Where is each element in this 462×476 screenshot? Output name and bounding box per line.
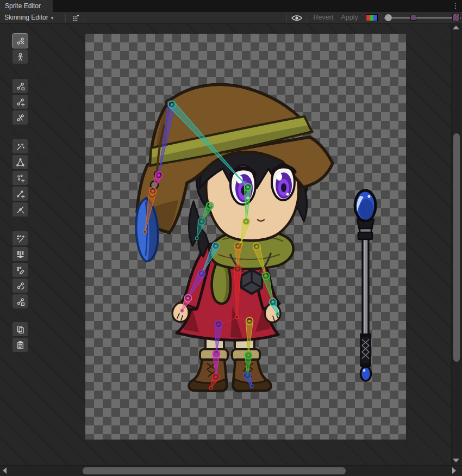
tab-bar: Sprite Editor ⋮ [0, 0, 462, 12]
scroll-down-icon[interactable] [453, 459, 459, 462]
copy-tool-button[interactable] [13, 322, 28, 336]
bone-influence-icon [16, 281, 25, 290]
pixel-grid-icon [71, 14, 80, 22]
create-bone-tool-button[interactable] [13, 95, 28, 109]
split-bone-tool-button[interactable] [13, 110, 28, 125]
character-head [136, 84, 333, 261]
split-bone-icon [16, 113, 25, 122]
create-edge-tool-button[interactable] [13, 187, 28, 201]
horizontal-scrollbar-thumb[interactable] [83, 467, 346, 474]
copy-icon [16, 325, 25, 334]
staff-sprite [355, 190, 376, 381]
bone-influence-tool-button[interactable] [13, 279, 28, 293]
eye-icon [291, 14, 302, 22]
edit-geometry-tool-button[interactable] [13, 155, 28, 169]
character-sprite [85, 34, 406, 440]
paste-tool-button[interactable] [13, 338, 28, 352]
color-channels-button[interactable] [366, 14, 378, 21]
apply-button[interactable]: Apply [338, 12, 361, 24]
chevron-down-icon: ▾ [51, 15, 54, 21]
auto-geometry-icon [16, 142, 25, 151]
weight-brush-icon [16, 265, 25, 275]
toolbar-separator [65, 14, 66, 22]
zoom-slider-track[interactable] [384, 17, 461, 18]
toolbar-separator [286, 14, 287, 22]
weight-slider-icon [16, 250, 25, 259]
scroll-up-icon[interactable] [453, 26, 459, 29]
character-mode-tool-button[interactable] [13, 50, 28, 64]
paste-icon [16, 341, 25, 350]
sprite-influence-tool-button[interactable] [13, 294, 28, 308]
zoom-slider-knob[interactable] [385, 14, 392, 21]
kebab-menu-icon[interactable]: ⋮ [451, 0, 460, 12]
mip-checker-large-icon[interactable] [452, 14, 460, 21]
split-edge-icon [16, 205, 25, 214]
auto-geometry-tool-button[interactable] [13, 139, 28, 153]
weight-slider-tool-button[interactable] [13, 247, 28, 261]
revert-button[interactable]: Revert [311, 12, 336, 24]
split-edge-tool-button[interactable] [13, 202, 28, 217]
toolbar-separator [84, 14, 84, 22]
edit-bone-icon [16, 82, 25, 91]
vertical-scrollbar-thumb[interactable] [453, 133, 460, 362]
reset-pose-tool-button[interactable] [13, 34, 28, 48]
weight-brush-tool-button[interactable] [13, 263, 28, 277]
toolbar-separator [382, 14, 382, 22]
skinning-editor-label: Skinning Editor [4, 14, 48, 21]
sprite-editor-window: Sprite Editor ⋮ Skinning Editor▾ Revert … [0, 0, 462, 476]
reset-pose-icon [16, 36, 25, 46]
sprite-canvas[interactable] [85, 34, 406, 440]
toolbar-separator [307, 14, 307, 22]
skinning-editor-dropdown[interactable]: Skinning Editor▾ [4, 12, 53, 24]
scroll-right-icon[interactable] [452, 467, 456, 474]
edit-geometry-icon [16, 158, 25, 167]
visibility-button[interactable] [290, 12, 304, 24]
mip-checker-small-icon[interactable] [410, 15, 416, 21]
edit-bone-tool-button[interactable] [13, 79, 28, 93]
auto-weights-icon [16, 234, 25, 243]
rgb-channels-icon [366, 15, 377, 21]
create-vertex-tool-button[interactable] [13, 171, 28, 185]
create-vertex-icon [16, 174, 25, 183]
sprite-sheet-button[interactable] [69, 12, 82, 24]
sprite-influence-icon [16, 297, 25, 306]
character-icon [16, 52, 25, 61]
tab-sprite-editor[interactable]: Sprite Editor [0, 0, 53, 12]
create-bone-icon [16, 97, 25, 107]
auto-weights-tool-button[interactable] [13, 231, 28, 245]
create-edge-icon [16, 189, 25, 199]
scroll-left-icon[interactable] [3, 467, 7, 474]
